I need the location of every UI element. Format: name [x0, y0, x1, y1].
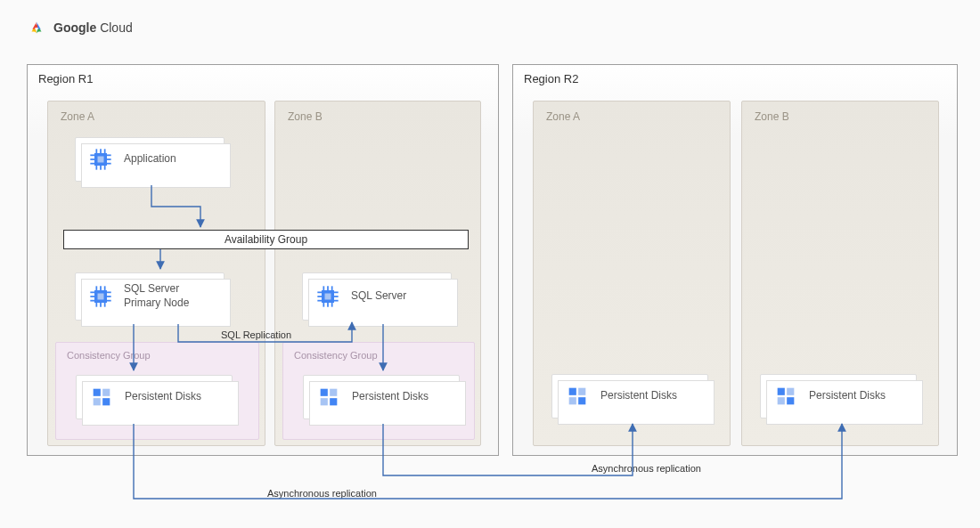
persistent-disk-icon [316, 385, 341, 410]
r2-disk-a-label: Persistent Disks [600, 389, 677, 403]
r1-consistency-group-a: Consistency Group Persistent Disks [55, 342, 259, 440]
svg-rect-59 [787, 397, 794, 404]
brand-text: Google Cloud [53, 20, 133, 35]
async-replication-2-label: Asynchronous replication [267, 488, 377, 499]
r1-disk-a-card: Persistent Disks [76, 375, 233, 419]
region-r1: Region R1 Zone A Application [27, 64, 499, 456]
application-label: Application [124, 152, 176, 167]
availability-group-bar: Availability Group [63, 230, 469, 249]
r1-zone-b: Zone B SQL Server Consistency Group [274, 101, 481, 446]
svg-rect-35 [94, 398, 101, 405]
persistent-disk-icon [773, 384, 798, 409]
svg-rect-52 [330, 389, 337, 396]
svg-rect-54 [569, 388, 576, 395]
compute-engine-icon [88, 147, 113, 172]
r2-disk-b-label: Persistent Disks [809, 389, 886, 403]
r1-cg-b-title: Consistency Group [294, 350, 378, 361]
sql-secondary-label: SQL Server [351, 289, 406, 304]
region-r2: Region R2 Zone A Persistent Disks Zone B… [512, 64, 958, 456]
sql-primary-card: SQL Server Primary Node [75, 272, 225, 321]
r1-consistency-group-b: Consistency Group Persistent Disks [282, 342, 475, 440]
svg-rect-50 [321, 389, 328, 396]
async-replication-1-label: Asynchronous replication [592, 463, 701, 474]
r1-zone-b-title: Zone B [288, 110, 323, 123]
compute-engine-icon [315, 284, 340, 309]
r2-zone-b: Zone B Persistent Disks [741, 101, 939, 446]
brand-header: Google Cloud [27, 18, 133, 37]
svg-rect-56 [578, 388, 585, 395]
svg-rect-37 [325, 294, 331, 300]
region-r2-title: Region R2 [524, 72, 578, 85]
r1-zone-a-title: Zone A [61, 110, 94, 123]
r2-disk-a-card: Persistent Disks [551, 374, 708, 418]
google-cloud-icon [27, 18, 46, 37]
region-r1-title: Region R1 [38, 72, 93, 85]
svg-rect-33 [102, 398, 110, 405]
application-card: Application [75, 137, 225, 182]
svg-rect-55 [578, 397, 585, 404]
r1-zone-a: Zone A Application [47, 101, 265, 446]
sql-replication-label: SQL Replication [221, 329, 291, 340]
svg-rect-19 [98, 294, 104, 300]
r2-zone-a: Zone A Persistent Disks [533, 101, 731, 446]
svg-rect-61 [778, 397, 785, 404]
svg-rect-51 [330, 398, 337, 405]
svg-rect-5 [98, 157, 104, 163]
r1-disk-a-label: Persistent Disks [125, 390, 201, 404]
compute-engine-icon [88, 284, 113, 309]
r1-cg-a-title: Consistency Group [67, 350, 151, 361]
svg-rect-53 [321, 398, 328, 405]
sql-secondary-card: SQL Server [302, 272, 452, 321]
svg-rect-58 [778, 388, 785, 395]
svg-rect-32 [94, 389, 101, 396]
availability-group-label: Availability Group [225, 233, 307, 246]
persistent-disk-icon [565, 384, 590, 409]
svg-rect-57 [569, 397, 576, 404]
svg-rect-60 [787, 388, 794, 395]
r2-zone-b-title: Zone B [755, 110, 789, 123]
r2-zone-a-title: Zone A [546, 110, 580, 123]
svg-rect-34 [102, 389, 110, 396]
persistent-disk-icon [89, 385, 114, 410]
sql-primary-label: SQL Server Primary Node [124, 282, 189, 310]
r2-disk-b-card: Persistent Disks [760, 374, 917, 418]
r1-disk-b-label: Persistent Disks [352, 390, 429, 404]
r1-disk-b-card: Persistent Disks [303, 375, 460, 419]
